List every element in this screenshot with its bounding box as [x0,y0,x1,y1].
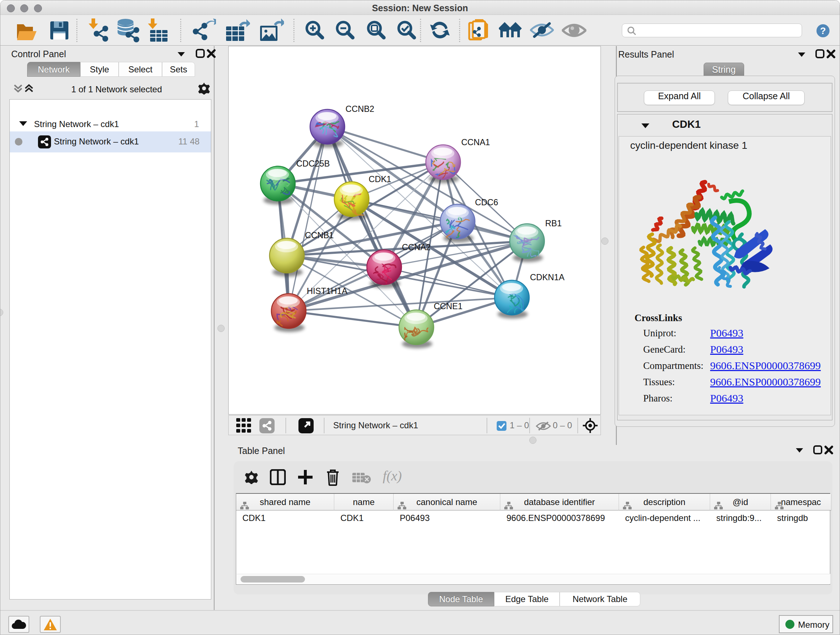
svg-text:CDK1: CDK1 [369,174,392,184]
svg-text:CDC6: CDC6 [475,198,498,207]
svg-text:RB1: RB1 [545,219,562,228]
svg-text:CCNE1: CCNE1 [434,302,463,311]
svg-text:CDKN1A: CDKN1A [530,272,565,282]
svg-text:CCNA2: CCNA2 [402,242,431,252]
svg-text:CCNA1: CCNA1 [461,138,490,147]
svg-text:CCNB1: CCNB1 [305,231,334,240]
svg-text:CDC25B: CDC25B [296,159,330,168]
svg-text:CCNB2: CCNB2 [346,104,374,114]
svg-text:HIST1H1A: HIST1H1A [307,287,347,296]
